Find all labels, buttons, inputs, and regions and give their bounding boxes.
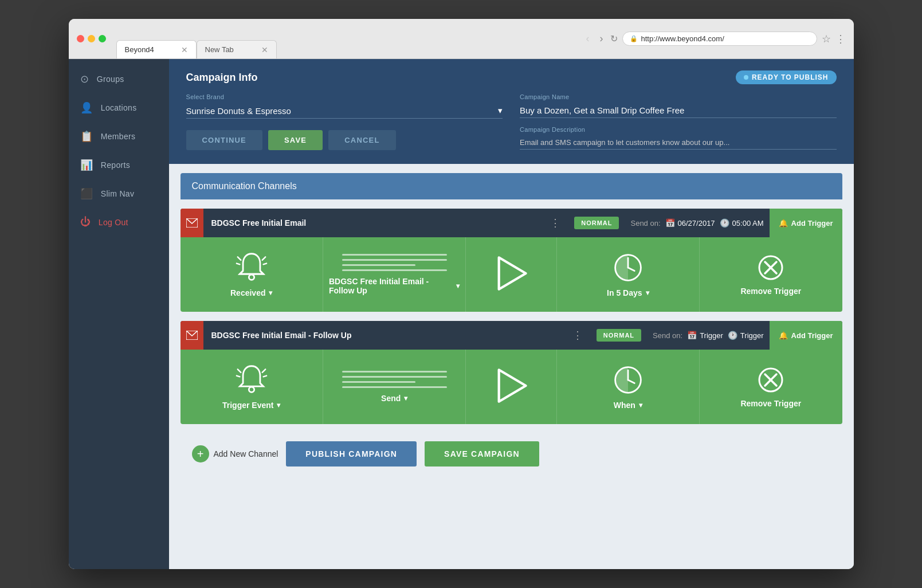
x-svg-1 <box>756 253 785 282</box>
x-svg-2 <box>756 366 785 394</box>
tab-close-icon[interactable]: ✕ <box>261 45 268 54</box>
channel-2-name: BDGSC Free Initial Email - Follow Up <box>203 331 564 340</box>
svg-line-16 <box>262 369 265 373</box>
trigger-cell-delay: In 5 Days ▾ <box>557 237 700 312</box>
delay-dropdown-1[interactable]: In 5 Days ▾ <box>607 288 649 297</box>
channels-title: Communication Channels <box>192 181 297 191</box>
tab-label: Beyond4 <box>125 45 154 54</box>
sidebar-label-groups: Groups <box>97 75 124 84</box>
send-label-2: Send <box>381 394 401 403</box>
email-lines-2 <box>342 371 447 388</box>
trigger-event-dropdown-2[interactable]: Trigger Event ▾ <box>222 401 280 410</box>
chevron-down-icon: ▾ <box>498 105 503 116</box>
continue-button[interactable]: CONTINUE <box>186 130 263 150</box>
channel-2-time: 🕐 Trigger <box>728 331 764 340</box>
received-label: Received <box>230 288 265 297</box>
save-button[interactable]: SAVE <box>268 130 323 150</box>
line-1 <box>342 371 447 373</box>
tab-close-icon[interactable]: ✕ <box>181 45 188 54</box>
when-dropdown-2[interactable]: When ▾ <box>614 401 642 410</box>
channel-2-send-on: Send on: 📅 Trigger 🕐 Trigger <box>647 331 769 340</box>
campaign-desc-label: Campaign Description <box>520 126 837 133</box>
line-2 <box>342 259 447 261</box>
svg-line-2 <box>237 257 241 260</box>
trigger-cell-remove-2: Remove Trigger <box>700 350 842 424</box>
forward-button[interactable]: › <box>597 32 607 46</box>
minimize-button[interactable] <box>88 35 95 42</box>
line-4 <box>342 269 447 271</box>
brand-select[interactable]: Sunrise Donuts & Espresso ▾ <box>186 103 503 119</box>
chevron-down-icon: ▾ <box>269 289 272 297</box>
email-icon-1 <box>181 209 203 237</box>
publish-campaign-button[interactable]: PUBLISH CAMPAIGN <box>286 441 417 467</box>
channel-2-time-value: Trigger <box>740 331 764 340</box>
email-svg <box>186 218 198 228</box>
svg-line-4 <box>237 264 240 265</box>
tab-beyond4[interactable]: Beyond4 ✕ <box>116 40 197 58</box>
email-icon-2 <box>181 321 203 350</box>
reload-button[interactable]: ↻ <box>610 32 618 46</box>
close-button[interactable] <box>77 35 84 42</box>
save-campaign-button[interactable]: SAVE CAMPAIGN <box>425 441 539 467</box>
email-select-dropdown-1[interactable]: BDGSC Free Initial Email - Follow Up ▾ <box>329 277 460 295</box>
channel-2-date: 📅 Trigger <box>687 331 723 340</box>
sidebar-label-locations: Locations <box>101 103 137 112</box>
when-label-2: When <box>614 401 635 410</box>
ready-to-publish-badge: READY TO PUBLISH <box>736 70 837 84</box>
play-svg-2 <box>493 367 529 404</box>
add-trigger-button-1[interactable]: 🔔 Add Trigger <box>770 209 842 237</box>
svg-line-5 <box>263 264 266 265</box>
channel-1-trigger-row: Received ▾ <box>181 237 842 312</box>
tab-new[interactable]: New Tab ✕ <box>197 40 277 58</box>
sidebar-label-slimNav: Slim Nav <box>101 189 134 198</box>
slim-nav-icon: ⬛ <box>80 187 93 200</box>
sidebar-item-members[interactable]: 📋 Members <box>69 122 169 151</box>
trigger-cell-event-2: Trigger Event ▾ <box>181 350 323 424</box>
reports-icon: 📊 <box>80 159 93 171</box>
sidebar-item-reports[interactable]: 📊 Reports <box>69 151 169 179</box>
channel-card-1: BDGSC Free Initial Email ⋮ NORMAL Send o… <box>181 209 842 312</box>
campaign-name-value: Buy a Dozen, Get a Small Drip Coffee Fre… <box>520 103 837 118</box>
bookmark-icon[interactable]: ☆ <box>822 33 831 45</box>
chevron-down-icon: ▾ <box>639 401 642 409</box>
add-channel-button[interactable]: + Add New Channel <box>192 445 278 462</box>
ready-label: READY TO PUBLISH <box>752 73 829 81</box>
channel-1-date: 📅 06/27/2017 <box>665 218 715 228</box>
play-svg-1 <box>493 255 529 292</box>
cancel-button[interactable]: CANCEL <box>328 130 395 150</box>
content-area: Campaign Info READY TO PUBLISH Select Br… <box>169 59 854 569</box>
sidebar-item-logout[interactable]: ⏻ Log Out <box>69 208 169 236</box>
line-3 <box>342 381 415 383</box>
chevron-down-icon: ▾ <box>646 289 649 297</box>
sidebar-item-slimNav[interactable]: ⬛ Slim Nav <box>69 179 169 208</box>
channel-2-menu-icon[interactable]: ⋮ <box>564 329 591 342</box>
clock-icon-2: 🕐 <box>728 331 737 340</box>
add-channel-label: Add New Channel <box>214 449 278 458</box>
address-bar[interactable]: 🔒 http://www.beyond4.com/ <box>622 32 817 46</box>
send-dropdown-2[interactable]: Send ▾ <box>381 394 407 403</box>
received-dropdown[interactable]: Received ▾ <box>230 288 272 297</box>
menu-icon[interactable]: ⋮ <box>835 33 846 45</box>
svg-marker-19 <box>499 370 526 401</box>
tab-label: New Tab <box>205 45 234 54</box>
sidebar-item-locations[interactable]: 👤 Locations <box>69 93 169 122</box>
add-trigger-button-2[interactable]: 🔔 Add Trigger <box>770 321 842 350</box>
bell-icon-small-2: 🔔 <box>779 331 788 340</box>
channels-body: BDGSC Free Initial Email ⋮ NORMAL Send o… <box>181 199 842 484</box>
remove-trigger-label-2[interactable]: Remove Trigger <box>740 399 801 408</box>
maximize-button[interactable] <box>99 35 106 42</box>
campaign-info-left: Select Brand Sunrise Donuts & Espresso ▾… <box>186 93 503 150</box>
add-trigger-label-2: Add Trigger <box>791 331 833 340</box>
clock-svg-2 <box>612 364 644 396</box>
channel-1-name: BDGSC Free Initial Email <box>203 218 543 228</box>
lock-icon: 🔒 <box>630 35 638 42</box>
campaign-info-panel: Campaign Info READY TO PUBLISH Select Br… <box>169 59 854 164</box>
send-on-label-1: Send on: <box>630 219 660 228</box>
remove-trigger-label-1[interactable]: Remove Trigger <box>740 287 801 296</box>
ready-dot <box>744 75 748 80</box>
back-button[interactable]: ‹ <box>583 32 593 46</box>
channel-1-menu-icon[interactable]: ⋮ <box>542 217 568 229</box>
sidebar-item-groups[interactable]: ⊙ Groups <box>69 65 169 93</box>
svg-line-18 <box>263 376 266 377</box>
delay-label-1: In 5 Days <box>607 288 642 297</box>
